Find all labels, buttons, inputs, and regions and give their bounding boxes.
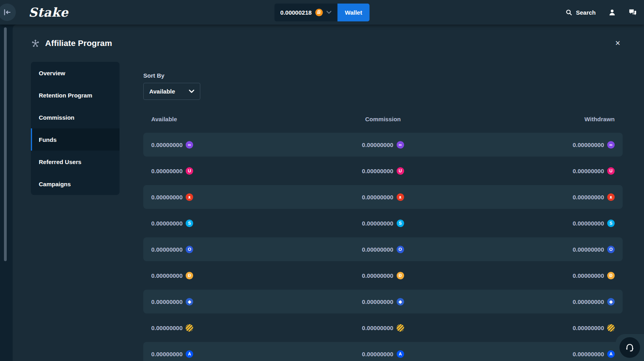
support-button[interactable] — [619, 337, 640, 358]
search-label: Search — [576, 9, 596, 16]
withdrawn-cell: 0.00000000 ◈ — [460, 298, 615, 306]
available-amount: 0.00000000 — [151, 220, 182, 227]
sidebar-item-retention-program[interactable]: Retention Program — [31, 84, 120, 106]
affiliate-program-panel: Affiliate Program × Overview Retention P… — [13, 25, 644, 361]
search-button[interactable]: Search — [566, 9, 596, 16]
balance-value: 0.00000218 — [280, 9, 312, 16]
support-corner — [616, 334, 644, 361]
column-header-commission: Commission — [306, 116, 460, 122]
available-cell: 0.00000000 A — [151, 350, 306, 358]
sandbox-icon: S — [607, 220, 615, 227]
column-header-available: Available — [151, 116, 306, 122]
sidebar-item-campaigns[interactable]: Campaigns — [31, 173, 120, 195]
commission-cell: 0.00000000 S — [306, 220, 460, 227]
chainlink-icon: O — [607, 246, 615, 253]
table-row: 0.00000000 A 0.00000000 A 0.00000000 A — [143, 342, 623, 361]
shiba-inu-icon: ᴥ — [186, 193, 193, 201]
commission-cell: 0.00000000 U — [306, 167, 460, 175]
user-icon — [608, 9, 616, 16]
commission-amount: 0.00000000 — [362, 298, 393, 305]
close-button[interactable]: × — [613, 38, 623, 48]
available-cell: 0.00000000 O — [151, 246, 306, 253]
withdrawn-amount: 0.00000000 — [573, 298, 604, 305]
chevron-down-icon — [326, 11, 331, 14]
chat-button[interactable] — [629, 9, 637, 16]
sort-by-label: Sort By — [143, 72, 623, 79]
stake-logo[interactable]: Stake — [28, 5, 68, 19]
withdrawn-amount: 0.00000000 — [573, 325, 604, 331]
commission-cell: 0.00000000 A — [306, 350, 460, 358]
wallet-button[interactable]: Wallet — [337, 4, 370, 21]
balance-dropdown[interactable]: 0.00000218 B — [274, 4, 337, 21]
available-cell: 0.00000000 Đ — [151, 272, 306, 279]
navbar-right-group: Search — [566, 9, 637, 16]
withdrawn-cell: 0.00000000 O — [460, 246, 615, 253]
commission-amount: 0.00000000 — [362, 168, 393, 174]
headset-icon — [625, 343, 635, 352]
sidebar-item-funds[interactable]: Funds — [31, 128, 120, 151]
commission-amount: 0.00000000 — [362, 351, 393, 357]
withdrawn-cell: 0.00000000 S — [460, 220, 615, 227]
withdrawn-cell: 0.00000000 ∞ — [460, 141, 615, 149]
table-row: 0.00000000 U 0.00000000 U 0.00000000 U — [143, 159, 623, 183]
bitcoin-icon: B — [315, 9, 323, 16]
withdrawn-amount: 0.00000000 — [573, 246, 604, 253]
cronos-icon: ◈ — [607, 298, 615, 306]
uniswap-icon: U — [607, 167, 615, 175]
cronos-icon: ◈ — [186, 298, 193, 306]
sidebar-collapse-button[interactable] — [0, 4, 16, 21]
commission-amount: 0.00000000 — [362, 220, 393, 227]
chevron-down-icon — [189, 90, 194, 93]
bnb-icon — [397, 324, 404, 332]
sidebar-item-referred-users[interactable]: Referred Users — [31, 151, 120, 173]
sidebar-item-commission[interactable]: Commission — [31, 106, 120, 128]
table-row: 0.00000000 0.00000000 0.00000000 — [143, 316, 623, 340]
dai-icon: Đ — [186, 272, 193, 279]
available-amount: 0.00000000 — [151, 298, 182, 305]
panel-header: Affiliate Program × — [31, 38, 623, 48]
funds-table-body: 0.00000000 ∞ 0.00000000 ∞ 0.00000000 ∞ 0… — [143, 133, 623, 361]
bnb-icon — [186, 324, 193, 332]
withdrawn-amount: 0.00000000 — [573, 194, 604, 201]
sort-by-select[interactable]: Available — [143, 83, 200, 100]
commission-cell: 0.00000000 ᴥ — [306, 193, 460, 201]
table-row: 0.00000000 Đ 0.00000000 Đ 0.00000000 Đ — [143, 264, 623, 287]
table-row: 0.00000000 S 0.00000000 S 0.00000000 S — [143, 211, 623, 235]
commission-cell: 0.00000000 O — [306, 246, 460, 253]
polygon-icon: ∞ — [607, 141, 615, 149]
withdrawn-cell: 0.00000000 U — [460, 167, 615, 175]
apecoin-icon: A — [607, 350, 615, 358]
polygon-icon: ∞ — [186, 141, 193, 149]
table-row: 0.00000000 ᴥ 0.00000000 ᴥ 0.00000000 ᴥ — [143, 185, 623, 209]
commission-cell: 0.00000000 Đ — [306, 272, 460, 279]
withdrawn-amount: 0.00000000 — [573, 351, 604, 357]
page-body: Affiliate Program × Overview Retention P… — [0, 25, 644, 361]
funds-table-header: Available Commission Withdrawn — [143, 116, 623, 122]
available-cell: 0.00000000 — [151, 324, 306, 332]
withdrawn-amount: 0.00000000 — [573, 272, 604, 279]
affiliate-menu: Overview Retention Program Commission Fu… — [31, 62, 120, 195]
polygon-icon: ∞ — [397, 141, 404, 149]
user-profile-button[interactable] — [608, 9, 616, 16]
bnb-icon — [607, 324, 615, 332]
sidebar-item-overview[interactable]: Overview — [31, 62, 120, 84]
withdrawn-cell: 0.00000000 Đ — [460, 272, 615, 279]
top-navbar: Stake 0.00000218 B Wallet Search — [0, 0, 644, 25]
apecoin-icon: A — [186, 350, 193, 358]
withdrawn-cell: 0.00000000 A — [460, 350, 615, 358]
shiba-inu-icon: ᴥ — [607, 193, 615, 201]
available-amount: 0.00000000 — [151, 141, 182, 148]
chainlink-icon: O — [397, 246, 404, 253]
sandbox-icon: S — [186, 220, 193, 227]
vertical-scrollbar-thumb[interactable] — [4, 27, 7, 261]
search-icon — [566, 9, 572, 16]
available-cell: 0.00000000 S — [151, 220, 306, 227]
available-cell: 0.00000000 ◈ — [151, 298, 306, 306]
sandbox-icon: S — [397, 220, 404, 227]
table-row: 0.00000000 ◈ 0.00000000 ◈ 0.00000000 ◈ — [143, 290, 623, 313]
panel-body: Overview Retention Program Commission Fu… — [31, 62, 623, 361]
commission-amount: 0.00000000 — [362, 246, 393, 253]
page-title: Affiliate Program — [45, 38, 112, 48]
shiba-inu-icon: ᴥ — [397, 193, 404, 201]
available-amount: 0.00000000 — [151, 351, 182, 357]
